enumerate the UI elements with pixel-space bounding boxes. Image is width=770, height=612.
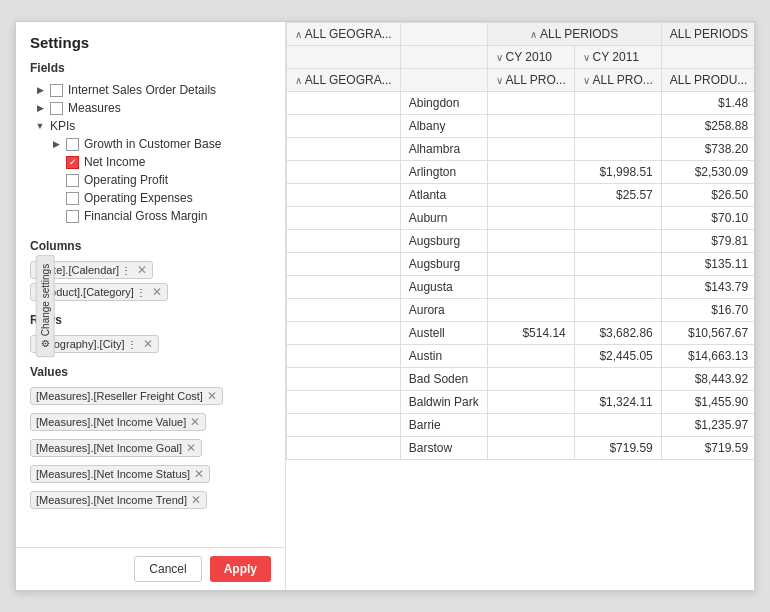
- cell-geo: [287, 207, 401, 230]
- settings-title: Settings: [30, 34, 271, 51]
- table-row: Auburn$70.10: [287, 207, 755, 230]
- cell-cy2011: [574, 299, 661, 322]
- cell-city: Albany: [400, 115, 487, 138]
- columns-label: Columns: [30, 239, 271, 253]
- th-cy2011[interactable]: ∨ CY 2011: [574, 46, 661, 69]
- checkbox-op-exp[interactable]: [66, 192, 79, 205]
- table-row: Austin$2,445.05$14,663.13: [287, 345, 755, 368]
- values-chips-5: [Measures].[Net Income Trend] ✕: [30, 489, 271, 511]
- tree-item-kpis[interactable]: ▼ KPIs: [30, 117, 271, 135]
- tree-item-financial-gross[interactable]: Financial Gross Margin: [30, 207, 271, 225]
- th-all-pro-1[interactable]: ∨ ALL PRO...: [487, 69, 574, 92]
- cancel-button[interactable]: Cancel: [134, 556, 201, 582]
- th-all-periods-main[interactable]: ∧ ALL PERIODS: [487, 23, 661, 46]
- tree-item-internet-sales[interactable]: ▶ Internet Sales Order Details: [30, 81, 271, 99]
- cell-all-periods: $1,235.97: [661, 414, 754, 437]
- checkbox-op-profit[interactable]: [66, 174, 79, 187]
- tree-label: Operating Expenses: [84, 191, 193, 205]
- chip-close-icon[interactable]: ✕: [186, 442, 196, 454]
- values-chips-2: [Measures].[Net Income Value] ✕: [30, 411, 271, 433]
- checkbox-fin-gross[interactable]: [66, 210, 79, 223]
- cell-all-periods: $14,663.13: [661, 345, 754, 368]
- cell-cy2011: [574, 414, 661, 437]
- table-row: Bad Soden$8,443.92: [287, 368, 755, 391]
- sort-icon: ∧: [295, 29, 305, 40]
- value-chip-ni-status[interactable]: [Measures].[Net Income Status] ✕: [30, 465, 210, 483]
- table-row: Barrie$1,235.97: [287, 414, 755, 437]
- th-all-geo[interactable]: ∧ ALL GEOGRA...: [287, 69, 401, 92]
- change-settings-label: Change settings: [40, 264, 51, 336]
- cell-all-periods: $1,455.90: [661, 391, 754, 414]
- change-settings-tab[interactable]: ⚙ Change settings: [36, 255, 55, 357]
- cell-all-periods: $719.59: [661, 437, 754, 460]
- value-chip-ni-trend[interactable]: [Measures].[Net Income Trend] ✕: [30, 491, 207, 509]
- apply-button[interactable]: Apply: [210, 556, 271, 582]
- checkbox-internet-sales[interactable]: [50, 84, 63, 97]
- columns-chips: [Date].[Calendar] ⋮ ✕ [Product].[Categor…: [30, 259, 271, 303]
- cell-all-periods: $1.48: [661, 92, 754, 115]
- value-chip-ni-goal[interactable]: [Measures].[Net Income Goal] ✕: [30, 439, 202, 457]
- chip-close-icon[interactable]: ✕: [137, 264, 147, 276]
- tree-item-operating-expenses[interactable]: Operating Expenses: [30, 189, 271, 207]
- arrow-icon: [50, 210, 62, 222]
- arrow-icon: ▶: [50, 138, 62, 150]
- cell-geo: [287, 115, 401, 138]
- cell-cy2010: [487, 276, 574, 299]
- th-all-produ: ALL PRODU...: [661, 69, 754, 92]
- chip-label: [Measures].[Net Income Status]: [36, 468, 190, 480]
- chip-close-icon[interactable]: ✕: [191, 494, 201, 506]
- chip-label: [Measures].[Net Income Trend]: [36, 494, 187, 506]
- th-cy2010[interactable]: ∨ CY 2010: [487, 46, 574, 69]
- chip-close-icon[interactable]: ✕: [207, 390, 217, 402]
- tree-label: Growth in Customer Base: [84, 137, 221, 151]
- cell-geo: [287, 184, 401, 207]
- th-blank2: [400, 46, 487, 69]
- tree-item-growth[interactable]: ▶ Growth in Customer Base: [30, 135, 271, 153]
- th-city: [400, 23, 487, 46]
- values-chips-4: [Measures].[Net Income Status] ✕: [30, 463, 271, 485]
- tree-label: KPIs: [50, 119, 75, 133]
- content-scroll[interactable]: ∧ ALL GEOGRA... ∧ ALL PERIODS ALL PERIOD…: [286, 22, 754, 590]
- values-label: Values: [30, 365, 271, 379]
- th-all-pro-2[interactable]: ∨ ALL PRO...: [574, 69, 661, 92]
- arrow-icon: [50, 156, 62, 168]
- cell-all-periods: $8,443.92: [661, 368, 754, 391]
- th-geo-all[interactable]: ∧ ALL GEOGRA...: [287, 23, 401, 46]
- cell-geo: [287, 230, 401, 253]
- th-all-periods-right: ALL PERIODS: [661, 23, 754, 46]
- tree-item-net-income[interactable]: ✓ Net Income: [30, 153, 271, 171]
- checkbox-measures[interactable]: [50, 102, 63, 115]
- cell-cy2011: $2,445.05: [574, 345, 661, 368]
- table-row: Atlanta$25.57$26.50: [287, 184, 755, 207]
- cell-city: Arlington: [400, 161, 487, 184]
- tree-item-operating-profit[interactable]: Operating Profit: [30, 171, 271, 189]
- cell-cy2010: [487, 92, 574, 115]
- checkbox-net-income[interactable]: ✓: [66, 156, 79, 169]
- data-table: ∧ ALL GEOGRA... ∧ ALL PERIODS ALL PERIOD…: [286, 22, 754, 460]
- value-chip-ni-value[interactable]: [Measures].[Net Income Value] ✕: [30, 413, 206, 431]
- checkbox-growth[interactable]: [66, 138, 79, 151]
- sidebar-footer: Cancel Apply: [16, 547, 285, 590]
- cell-all-periods: $10,567.67: [661, 322, 754, 345]
- cell-all-periods: $2,530.09: [661, 161, 754, 184]
- cell-geo: [287, 276, 401, 299]
- cell-all-periods: $26.50: [661, 184, 754, 207]
- cell-city: Austin: [400, 345, 487, 368]
- tree-item-measures[interactable]: ▶ Measures: [30, 99, 271, 117]
- cell-cy2011: [574, 115, 661, 138]
- chip-close-icon[interactable]: ✕: [194, 468, 204, 480]
- chip-close-icon[interactable]: ✕: [143, 338, 153, 350]
- chip-close-icon[interactable]: ✕: [152, 286, 162, 298]
- cell-cy2011: $1,998.51: [574, 161, 661, 184]
- cell-geo: [287, 345, 401, 368]
- cell-cy2011: [574, 368, 661, 391]
- tree-label: Financial Gross Margin: [84, 209, 207, 223]
- chip-close-icon[interactable]: ✕: [190, 416, 200, 428]
- cell-all-periods: $738.20: [661, 138, 754, 161]
- value-chip-freight[interactable]: [Measures].[Reseller Freight Cost] ✕: [30, 387, 223, 405]
- sort-arrow-cy2011: ∨: [583, 52, 593, 63]
- cell-geo: [287, 391, 401, 414]
- cell-city: Auburn: [400, 207, 487, 230]
- fields-label: Fields: [30, 61, 271, 75]
- cell-geo: [287, 138, 401, 161]
